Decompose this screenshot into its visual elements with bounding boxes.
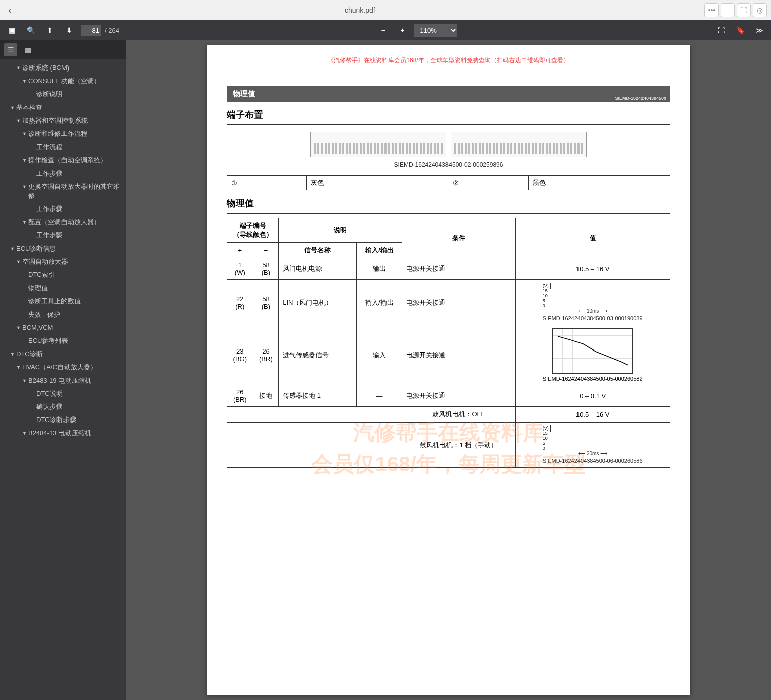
outline-item[interactable]: ▼配置（空调自动放大器） bbox=[0, 216, 126, 229]
outline-label: 诊断和维修工作流程 bbox=[28, 129, 123, 138]
chevron-down-icon: ▼ bbox=[16, 118, 22, 124]
outline-item[interactable]: 物理值 bbox=[0, 282, 126, 295]
outline-item[interactable]: 工作步骤 bbox=[0, 202, 126, 216]
outline-label: 工作步骤 bbox=[36, 169, 123, 178]
outline-item[interactable]: ECU参考列表 bbox=[0, 334, 126, 347]
pdf-viewport[interactable]: 《汽修帮手》在线资料库会员168/年，全球车型资料免费查询（扫码右边二维码即可查… bbox=[126, 40, 771, 700]
section-title: 物理值 bbox=[233, 89, 255, 98]
connector-image-1 bbox=[310, 132, 446, 157]
outline-item[interactable]: ▼基本检查 bbox=[0, 101, 126, 114]
outline-item[interactable]: ▼诊断系统 (BCM) bbox=[0, 61, 126, 75]
outline-label: 诊断工具上的数值 bbox=[28, 297, 123, 306]
outline-item[interactable]: 诊断说明 bbox=[0, 88, 126, 101]
window-controls: ••• — ⛶ ◎ bbox=[704, 3, 767, 17]
outline-item[interactable]: ▼BCM,VCM bbox=[0, 321, 126, 334]
outline-label: 操作检查（自动空调系统） bbox=[28, 156, 123, 165]
outline-item[interactable]: DTC说明 bbox=[0, 387, 126, 400]
pdf-toolbar: ▣ 🔍 ⬆ ⬇ / 264 − + 110% ⛶ 🔖 ≫ bbox=[0, 20, 771, 40]
page-number-input[interactable] bbox=[81, 25, 101, 36]
cell-conn1-color: 灰色 bbox=[307, 176, 448, 190]
outline-item[interactable]: 工作步骤 bbox=[0, 229, 126, 242]
table-row: 26(BR)接地传感器接地 1—电源开关接通0 – 0.1 V bbox=[227, 385, 670, 407]
pdf-page: 《汽修帮手》在线资料库会员168/年，全球车型资料免费查询（扫码右边二维码即可查… bbox=[207, 45, 690, 695]
outline-item[interactable]: 诊断工具上的数值 bbox=[0, 295, 126, 308]
outline-label: 加热器和空调控制系统 bbox=[22, 116, 123, 125]
outline-item[interactable]: DTC索引 bbox=[0, 268, 126, 282]
outline-item[interactable]: ▼DTC诊断 bbox=[0, 347, 126, 361]
presentation-icon[interactable]: ⛶ bbox=[714, 23, 729, 38]
page-top-banner: 《汽修帮手》在线资料库会员168/年，全球车型资料免费查询（扫码右边二维码即可查… bbox=[227, 55, 670, 66]
zoom-in-icon[interactable]: + bbox=[395, 23, 410, 38]
outline-label: 诊断说明 bbox=[36, 90, 123, 99]
chevron-down-icon: ▼ bbox=[16, 65, 22, 72]
connector-code: SIEMD-16242404384500-02-000259896 bbox=[227, 161, 670, 168]
chevron-down-icon: ▼ bbox=[22, 219, 28, 226]
waveform-chart: (V)151050⟵ 10ms ⟶SIEMD-16242404384500-03… bbox=[543, 283, 643, 321]
outline-item[interactable]: DTC诊断步骤 bbox=[0, 413, 126, 427]
outline-item[interactable]: ▼操作检查（自动空调系统） bbox=[0, 154, 126, 167]
outline-label: HVAC（A/C自动放大器） bbox=[22, 363, 123, 372]
outline-label: 物理值 bbox=[28, 284, 123, 293]
outline-label: 工作流程 bbox=[36, 143, 123, 152]
thumbnails-tab-icon[interactable]: ▦ bbox=[21, 43, 34, 56]
back-button[interactable]: ‹ bbox=[4, 2, 16, 18]
chevron-down-icon: ▼ bbox=[10, 351, 16, 358]
chevron-down-icon: ▼ bbox=[22, 430, 28, 437]
chevron-down-icon: ▼ bbox=[16, 364, 22, 371]
outline-tab-icon[interactable]: ☰ bbox=[4, 43, 17, 56]
window-titlebar: ‹ chunk.pdf ••• — ⛶ ◎ bbox=[0, 0, 771, 20]
outline-item[interactable]: 确认步骤 bbox=[0, 400, 126, 413]
outline-item[interactable]: ▼加热器和空调控制系统 bbox=[0, 114, 126, 127]
connector-color-table: ① 灰色 ② 黑色 bbox=[227, 175, 670, 190]
table-row: 鼓风机电机：OFF10.5 – 16 V bbox=[227, 407, 670, 423]
physical-value-table: 端子编号（导线颜色） 说明 条件 值 + − 信号名称 输入/输出 1(W)58… bbox=[227, 218, 670, 468]
minimize-button[interactable]: — bbox=[721, 3, 735, 17]
outline-label: BCM,VCM bbox=[22, 323, 123, 332]
outline-item[interactable]: ▼诊断和维修工作流程 bbox=[0, 127, 126, 141]
tools-icon[interactable]: ≫ bbox=[752, 23, 767, 38]
outline-label: CONSULT 功能（空调） bbox=[28, 77, 123, 86]
section-code: SIEMD-16242404384500 bbox=[615, 96, 666, 101]
page-down-icon[interactable]: ⬇ bbox=[61, 23, 77, 38]
zoom-select[interactable]: 110% bbox=[414, 24, 457, 37]
outline-item[interactable]: ▼B2484-13 电动压缩机 bbox=[0, 427, 126, 440]
outline-label: 配置（空调自动放大器） bbox=[28, 218, 123, 227]
table-row: 鼓风机电机：1 档（手动）(V)151050⟵ 20ms ⟶SIEMD-1624… bbox=[227, 423, 670, 468]
zoom-out-icon[interactable]: − bbox=[375, 23, 391, 38]
outline-label: B2484-13 电动压缩机 bbox=[28, 429, 123, 438]
search-icon[interactable]: 🔍 bbox=[23, 23, 38, 38]
sidebar-toggle-icon[interactable]: ▣ bbox=[4, 23, 19, 38]
chevron-down-icon: ▼ bbox=[22, 131, 28, 137]
outline-item[interactable]: ▼HVAC（A/C自动放大器） bbox=[0, 361, 126, 374]
chevron-down-icon: ▼ bbox=[22, 78, 28, 85]
chevron-down-icon: ▼ bbox=[10, 246, 16, 252]
bookmark-icon[interactable]: 🔖 bbox=[733, 23, 748, 38]
outline-item[interactable]: ▼ECU诊断信息 bbox=[0, 242, 126, 255]
outline-item[interactable]: 工作步骤 bbox=[0, 167, 126, 180]
table-row: 23(BG)26(BR)进气传感器信号输入电源开关接通SIEMD-1624240… bbox=[227, 325, 670, 385]
chevron-down-icon: ▼ bbox=[22, 184, 28, 190]
outline-item[interactable]: ▼更换空调自动放大器时的其它维修 bbox=[0, 180, 126, 202]
cell-conn1-num: ① bbox=[227, 176, 307, 190]
outline-label: DTC诊断 bbox=[16, 349, 123, 359]
outline-item[interactable]: ▼CONSULT 功能（空调） bbox=[0, 75, 126, 88]
page-up-icon[interactable]: ⬆ bbox=[42, 23, 57, 38]
analog-chart bbox=[552, 328, 633, 374]
outline-label: 更换空调自动放大器时的其它维修 bbox=[28, 182, 123, 200]
chevron-down-icon: ▼ bbox=[10, 105, 16, 111]
maximize-button[interactable]: ⛶ bbox=[737, 3, 751, 17]
outline-label: 失效 - 保护 bbox=[28, 310, 123, 319]
outline-item[interactable]: ▼B2483-19 电动压缩机 bbox=[0, 374, 126, 387]
outline-item[interactable]: 失效 - 保护 bbox=[0, 308, 126, 321]
outline-item[interactable]: ▼空调自动放大器 bbox=[0, 255, 126, 268]
outline-label: 基本检查 bbox=[16, 103, 123, 112]
more-button[interactable]: ••• bbox=[704, 3, 719, 17]
outline-item[interactable]: 工作流程 bbox=[0, 141, 126, 154]
chevron-down-icon: ▼ bbox=[22, 157, 28, 164]
heading-physical-value: 物理值 bbox=[227, 194, 670, 214]
chevron-down-icon: ▼ bbox=[22, 378, 28, 384]
outline-label: DTC索引 bbox=[28, 270, 123, 279]
chevron-down-icon: ▼ bbox=[16, 325, 22, 331]
target-button[interactable]: ◎ bbox=[753, 3, 767, 17]
outline-label: 确认步骤 bbox=[36, 402, 123, 411]
